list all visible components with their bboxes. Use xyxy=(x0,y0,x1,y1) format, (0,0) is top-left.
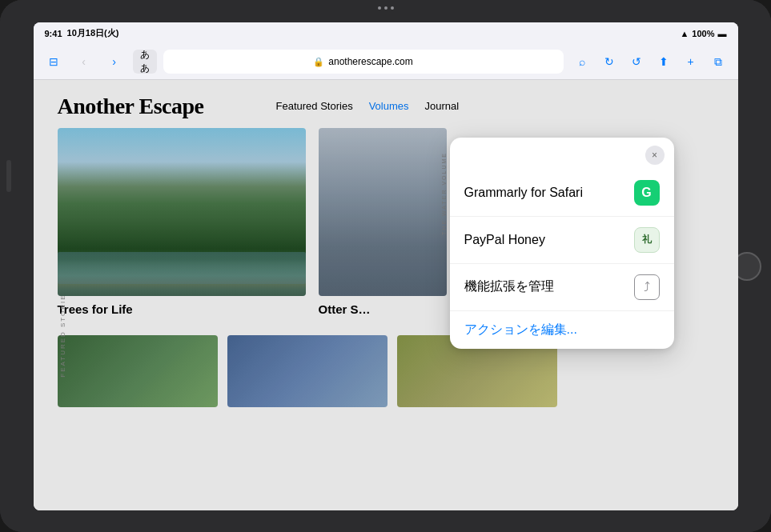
close-icon: × xyxy=(652,150,657,161)
manage-arrow-icon: ⤴ xyxy=(644,280,650,294)
top-dots xyxy=(378,6,394,10)
toolbar-right-buttons: ⌕ ↻ ↺ ⬆ + ⧉ xyxy=(570,50,730,74)
popup-header: × xyxy=(450,138,674,170)
date: 10月18日(火) xyxy=(67,27,119,39)
refresh-button[interactable]: ↺ xyxy=(624,50,649,74)
url-text: anotherescape.com xyxy=(328,56,412,67)
battery-icon: ▬ xyxy=(718,29,727,38)
grammarly-item[interactable]: Grammarly for Safari G xyxy=(450,170,674,217)
bezel-bottom xyxy=(0,518,771,532)
back-button[interactable]: ‹ xyxy=(72,50,96,74)
manage-extensions-label: 機能拡張を管理 xyxy=(464,278,554,295)
honey-item[interactable]: PayPal Honey 礼 xyxy=(450,217,674,264)
status-left: 9:41 10月18日(火) xyxy=(45,27,119,39)
browser-toolbar: ⊟ ‹ › ああ 🔒 anotherescape.com ⌕ ↻ ↺ ⬆ + ⧉ xyxy=(34,45,738,80)
honey-icon: 礼 xyxy=(634,227,660,253)
battery-text: 100% xyxy=(692,29,714,38)
ipad-screen: 9:41 10月18日(火) ▲ 100% ▬ ⊟ ‹ › ああ 🔒 anoth… xyxy=(34,22,738,510)
time: 9:41 xyxy=(45,29,62,38)
url-bar[interactable]: 🔒 anotherescape.com xyxy=(163,50,564,74)
volume-button[interactable] xyxy=(6,160,11,192)
honey-label: PayPal Honey xyxy=(464,233,545,247)
share-button[interactable]: ⬆ xyxy=(652,50,676,74)
grammarly-icon: G xyxy=(634,180,660,206)
popup-close-button[interactable]: × xyxy=(645,146,665,165)
dot xyxy=(384,6,388,10)
forward-button[interactable]: › xyxy=(102,50,126,74)
manage-extensions-item[interactable]: 機能拡張を管理 ⤴ xyxy=(450,264,674,311)
edit-actions-label: アクションを編集... xyxy=(464,322,577,336)
bezel-right xyxy=(742,0,771,532)
lock-icon: 🔒 xyxy=(313,57,324,67)
edit-actions-link[interactable]: アクションを編集... xyxy=(450,311,674,349)
reader-mode-button[interactable]: ああ xyxy=(133,50,157,74)
add-tab-button[interactable]: + xyxy=(679,50,703,74)
web-content: Another Escape Featured Stories Volumes … xyxy=(34,80,738,510)
wifi-icon: ▲ xyxy=(680,29,689,38)
extensions-popup: × Grammarly for Safari G PayPal Honey xyxy=(450,138,674,349)
manage-icon: ⤴ xyxy=(634,274,660,300)
tabs-button[interactable]: ⧉ xyxy=(706,50,730,74)
dot xyxy=(391,6,394,10)
sidebar-toggle-button[interactable]: ⊟ xyxy=(42,50,66,74)
reader-button[interactable]: ↻ xyxy=(597,50,621,74)
status-right: ▲ 100% ▬ xyxy=(680,29,726,38)
popup-overlay: × Grammarly for Safari G PayPal Honey xyxy=(34,80,738,510)
ipad-frame: 9:41 10月18日(火) ▲ 100% ▬ ⊟ ‹ › ああ 🔒 anoth… xyxy=(0,0,771,532)
status-bar: 9:41 10月18日(火) ▲ 100% ▬ xyxy=(34,22,738,45)
dot xyxy=(378,6,381,10)
bezel-left xyxy=(0,0,29,532)
search-button[interactable]: ⌕ xyxy=(570,50,594,74)
grammarly-label: Grammarly for Safari xyxy=(464,186,583,200)
